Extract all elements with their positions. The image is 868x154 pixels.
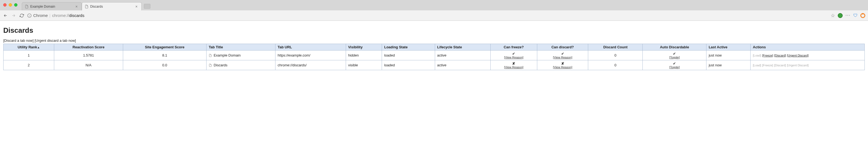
table-row: 11.57818.1Example Domainhttps://example.… xyxy=(4,51,865,60)
action-discard[interactable]: [Discard] xyxy=(774,54,786,57)
view-reason-link[interactable]: [View Reason] xyxy=(493,66,535,69)
action-discard: [Discard] xyxy=(774,63,786,67)
window-controls xyxy=(3,3,18,6)
check-icon: ✔ xyxy=(561,52,564,56)
col-reactivation-score[interactable]: Reactivation Score xyxy=(54,44,123,51)
cell-tab-title: Discards xyxy=(207,60,275,70)
close-tab-icon[interactable]: × xyxy=(74,4,79,9)
col-can-freeze[interactable]: Can freeze? xyxy=(490,44,537,51)
col-utility-rank[interactable]: Utility Rank▲ xyxy=(4,44,54,51)
col-loading-state[interactable]: Loading State xyxy=(382,44,435,51)
check-icon: ✔ xyxy=(512,52,515,56)
check-icon: ✔ xyxy=(673,61,676,66)
col-can-discard[interactable]: Can discard? xyxy=(537,44,588,51)
close-window-button[interactable] xyxy=(3,3,6,6)
cross-icon: ✘ xyxy=(512,61,515,66)
col-auto-discardable[interactable]: Auto Discardable xyxy=(643,44,707,51)
col-tab-url[interactable]: Tab URL xyxy=(275,44,346,51)
file-icon xyxy=(25,5,29,8)
view-reason-link[interactable]: [View Reason] xyxy=(493,56,535,59)
check-icon: ✔ xyxy=(673,52,676,56)
cell-tab-url: chrome://discards/ xyxy=(275,60,346,70)
toggle-link[interactable]: [Toggle] xyxy=(645,66,704,69)
discard-now-link[interactable]: [Discard a tab now] xyxy=(3,38,33,43)
page-content: Discards [Discard a tab now] [Urgent dis… xyxy=(0,21,868,73)
col-visibility[interactable]: Visibility xyxy=(346,44,382,51)
cell-last-active: just now xyxy=(707,51,751,60)
action-urgent-discard[interactable]: [Urgent Discard] xyxy=(787,54,809,57)
discards-table: Utility Rank▲ Reactivation Score Site En… xyxy=(3,44,865,70)
new-tab-button[interactable] xyxy=(144,4,150,9)
cell-tab-title: Example Domain xyxy=(207,51,275,60)
action-urgent-discard: [Urgent Discard] xyxy=(787,63,809,67)
quick-actions: [Discard a tab now] [Urgent discard a ta… xyxy=(3,38,865,43)
cell-site-engagement: 0.0 xyxy=(123,60,206,70)
cell-lifecycle-state: active xyxy=(435,60,490,70)
close-tab-icon[interactable]: × xyxy=(134,4,139,9)
col-tab-title[interactable]: Tab Title xyxy=(207,44,275,51)
action-load: [Load] xyxy=(753,63,761,67)
action-freeze[interactable]: [Freeze] xyxy=(762,54,773,57)
bookmark-star-icon[interactable]: ☆ xyxy=(831,12,835,19)
cell-tab-url: https://example.com/ xyxy=(275,51,346,60)
address-url-path: discards xyxy=(69,13,85,18)
extension-dots-icon[interactable]: ••• xyxy=(845,14,850,18)
toolbar-right: ☆ ••• 🛡 xyxy=(831,12,865,19)
cell-site-engagement: 8.1 xyxy=(123,51,206,60)
back-button[interactable] xyxy=(3,13,8,18)
view-reason-link[interactable]: [View Reason] xyxy=(539,56,586,59)
address-scheme: Chrome xyxy=(33,13,48,18)
reload-button[interactable] xyxy=(19,13,25,18)
cell-lifecycle-state: active xyxy=(435,51,490,60)
cell-loading-state: loaded xyxy=(382,51,435,60)
cell-discard-count: 0 xyxy=(588,60,643,70)
cell-can-discard: ✔[View Reason] xyxy=(537,51,588,60)
table-row: 2N/A0.0Discardschrome://discards/visible… xyxy=(4,60,865,70)
forward-button[interactable] xyxy=(11,13,17,18)
browser-tab-active[interactable]: Discards × xyxy=(82,2,142,10)
action-freeze: [Freeze] xyxy=(762,63,773,67)
cell-reactivation-score: 1.5781 xyxy=(54,51,123,60)
col-actions[interactable]: Actions xyxy=(751,44,865,51)
address-bar[interactable]: Chrome | chrome://discards xyxy=(27,13,828,18)
cell-can-freeze: ✘[View Reason] xyxy=(490,60,537,70)
sort-asc-icon: ▲ xyxy=(37,46,40,49)
tab-title: Example Domain xyxy=(30,5,74,8)
extension-orange-icon[interactable] xyxy=(860,13,865,18)
cell-actions: [Load] [Freeze] [Discard] [Urgent Discar… xyxy=(751,51,865,60)
toggle-link[interactable]: [Toggle] xyxy=(645,56,704,59)
browser-toolbar: Chrome | chrome://discards ☆ ••• 🛡 xyxy=(0,10,868,21)
cell-utility-rank: 1 xyxy=(4,51,54,60)
maximize-window-button[interactable] xyxy=(14,3,18,6)
file-icon xyxy=(85,5,89,8)
urgent-discard-now-link[interactable]: [Urgent discard a tab now] xyxy=(35,38,76,43)
cell-auto-discardable: ✔[Toggle] xyxy=(643,51,707,60)
extension-shield-icon[interactable]: 🛡 xyxy=(853,13,858,18)
address-separator: | xyxy=(49,13,51,18)
col-lifecycle-state[interactable]: Lifecycle State xyxy=(435,44,490,51)
view-reason-link[interactable]: [View Reason] xyxy=(539,66,586,69)
col-site-engagement[interactable]: Site Engagement Score xyxy=(123,44,206,51)
col-discard-count[interactable]: Discard Count xyxy=(588,44,643,51)
page-title: Discards xyxy=(3,26,865,35)
browser-tab-inactive[interactable]: Example Domain × xyxy=(22,2,82,10)
cell-visibility: hidden xyxy=(346,51,382,60)
cell-loading-state: loaded xyxy=(382,60,435,70)
extension-green-icon[interactable] xyxy=(838,13,843,18)
cell-can-discard: ✘[View Reason] xyxy=(537,60,588,70)
info-icon[interactable] xyxy=(27,14,32,18)
cell-can-freeze: ✔[View Reason] xyxy=(490,51,537,60)
col-last-active[interactable]: Last Active xyxy=(707,44,751,51)
action-load: [Load] xyxy=(753,54,761,57)
cell-visibility: visible xyxy=(346,60,382,70)
minimize-window-button[interactable] xyxy=(9,3,12,6)
cell-last-active: just now xyxy=(707,60,751,70)
cell-auto-discardable: ✔[Toggle] xyxy=(643,60,707,70)
table-header-row: Utility Rank▲ Reactivation Score Site En… xyxy=(4,44,865,51)
browser-tab-strip: Example Domain × Discards × xyxy=(0,0,868,10)
cross-icon: ✘ xyxy=(561,61,564,66)
address-url-prefix: chrome:// xyxy=(52,13,69,18)
cell-actions: [Load] [Freeze] [Discard] [Urgent Discar… xyxy=(751,60,865,70)
cell-discard-count: 0 xyxy=(588,51,643,60)
cell-utility-rank: 2 xyxy=(4,60,54,70)
